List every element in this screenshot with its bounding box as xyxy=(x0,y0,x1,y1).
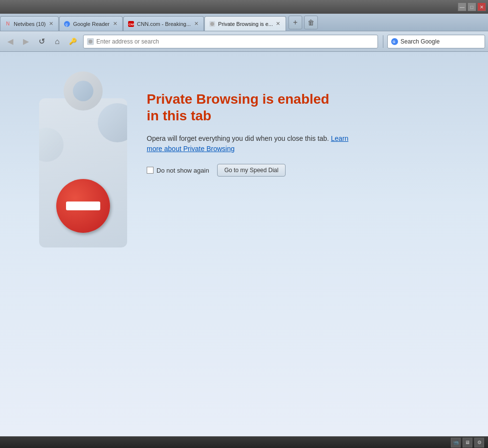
forward-button[interactable]: ▶ xyxy=(19,34,33,49)
tab-private-browsing-close[interactable]: ✕ xyxy=(275,21,282,27)
statusbar-settings-icon[interactable]: ⚙ xyxy=(474,438,484,448)
do-not-show-label[interactable]: Do not show again xyxy=(147,167,209,174)
tab-netvibes-favicon: N xyxy=(4,21,11,27)
statusbar-icons: 📹 🖥 ⚙ xyxy=(451,438,484,448)
search-bar[interactable]: G xyxy=(387,35,485,48)
tab-cnn[interactable]: CNN CNN.com - Breaking... ✕ xyxy=(123,16,204,31)
address-input[interactable] xyxy=(96,38,375,45)
no-entry-sign xyxy=(56,179,110,233)
key-button[interactable]: 🔑 xyxy=(66,34,80,49)
svg-text:CNN: CNN xyxy=(129,23,134,26)
address-favicon xyxy=(87,38,94,45)
actions-row: Do not show again Go to my Speed Dial xyxy=(147,164,449,177)
tab-google-reader[interactable]: g Google Reader ✕ xyxy=(59,16,123,31)
svg-point-7 xyxy=(89,40,92,44)
tab-private-browsing[interactable]: Private Browsing is e... ✕ xyxy=(204,16,286,31)
do-not-show-checkbox[interactable] xyxy=(147,167,154,174)
tab-private-browsing-favicon xyxy=(209,21,216,27)
minimize-button[interactable]: — xyxy=(458,2,466,11)
page-title: Private Browsing is enabled in this tab xyxy=(147,91,449,124)
tab-cnn-favicon: CNN xyxy=(128,21,134,27)
reload-button[interactable]: ↺ xyxy=(34,34,49,49)
tab-google-reader-label: Google Reader xyxy=(73,21,110,27)
door-hanger-icon xyxy=(39,81,127,247)
tab-netvibes-label: Netvibes (10) xyxy=(14,21,45,27)
tab-google-reader-close[interactable]: ✕ xyxy=(111,21,118,27)
toolbar-separator xyxy=(383,35,383,48)
titlebar: — □ ✕ xyxy=(0,0,488,14)
svg-text:g: g xyxy=(66,22,67,26)
toolbar: ◀ ▶ ↺ ⌂ 🔑 G xyxy=(0,31,488,52)
statusbar-monitor-icon[interactable]: 🖥 xyxy=(463,438,472,448)
statusbar: 📹 🖥 ⚙ xyxy=(0,436,488,448)
search-input[interactable] xyxy=(400,38,482,45)
text-content: Private Browsing is enabled in this tab … xyxy=(147,81,449,177)
tab-netvibes[interactable]: N Netvibes (10) ✕ xyxy=(0,16,59,31)
statusbar-camera-icon[interactable]: 📹 xyxy=(451,438,461,448)
tab-private-browsing-label: Private Browsing is e... xyxy=(218,21,273,27)
key-icon: 🔑 xyxy=(69,38,77,45)
speed-dial-button[interactable]: Go to my Speed Dial xyxy=(217,164,286,177)
address-bar[interactable] xyxy=(83,35,378,48)
add-tab-button[interactable]: + xyxy=(288,16,302,29)
home-button[interactable]: ⌂ xyxy=(50,34,65,49)
search-engine-icon: G xyxy=(391,38,399,45)
back-button[interactable]: ◀ xyxy=(3,34,18,49)
tab-google-reader-favicon: g xyxy=(64,21,70,27)
svg-point-5 xyxy=(210,22,214,26)
main-content: Private Browsing is enabled in this tab … xyxy=(0,52,488,436)
tab-cnn-close[interactable]: ✕ xyxy=(193,21,200,27)
tabbar: N Netvibes (10) ✕ g Google Reader ✕ CNN … xyxy=(0,14,488,31)
tab-netvibes-close[interactable]: ✕ xyxy=(47,21,54,27)
maximize-button[interactable]: □ xyxy=(467,2,476,11)
description-text: Opera will forget everything you did whe… xyxy=(147,134,449,154)
close-button[interactable]: ✕ xyxy=(477,2,486,11)
svg-text:G: G xyxy=(393,40,396,44)
tab-cnn-label: CNN.com - Breaking... xyxy=(137,21,191,27)
trash-button[interactable]: 🗑 xyxy=(304,16,318,29)
